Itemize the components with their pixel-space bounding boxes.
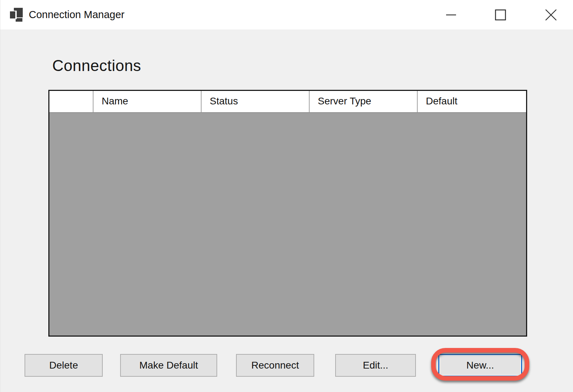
connection-manager-window: Connection Manager Connections Name Stat… — [0, 0, 573, 392]
edit-button[interactable]: Edit... — [335, 354, 416, 377]
titlebar[interactable]: Connection Manager — [0, 0, 573, 29]
reconnect-button[interactable]: Reconnect — [236, 354, 314, 377]
delete-button[interactable]: Delete — [25, 354, 103, 377]
new-button[interactable]: New... — [438, 354, 522, 377]
minimize-button[interactable] — [441, 5, 461, 25]
column-header-status[interactable]: Status — [202, 91, 310, 112]
close-icon — [545, 9, 557, 21]
window-title: Connection Manager — [29, 0, 124, 29]
column-header-blank[interactable] — [49, 91, 93, 112]
table-header-row: Name Status Server Type Default — [49, 91, 526, 113]
column-header-default[interactable]: Default — [418, 91, 526, 112]
table-body-empty[interactable] — [49, 113, 526, 336]
maximize-icon — [495, 9, 506, 21]
make-default-button[interactable]: Make Default — [120, 354, 217, 377]
column-header-name[interactable]: Name — [93, 91, 202, 112]
connections-heading: Connections — [52, 57, 141, 75]
minimize-icon — [445, 9, 457, 21]
column-header-server-type[interactable]: Server Type — [310, 91, 418, 112]
maximize-button[interactable] — [491, 5, 510, 25]
close-button[interactable] — [541, 5, 561, 25]
app-icon — [10, 7, 23, 23]
connections-table: Name Status Server Type Default — [48, 90, 527, 337]
